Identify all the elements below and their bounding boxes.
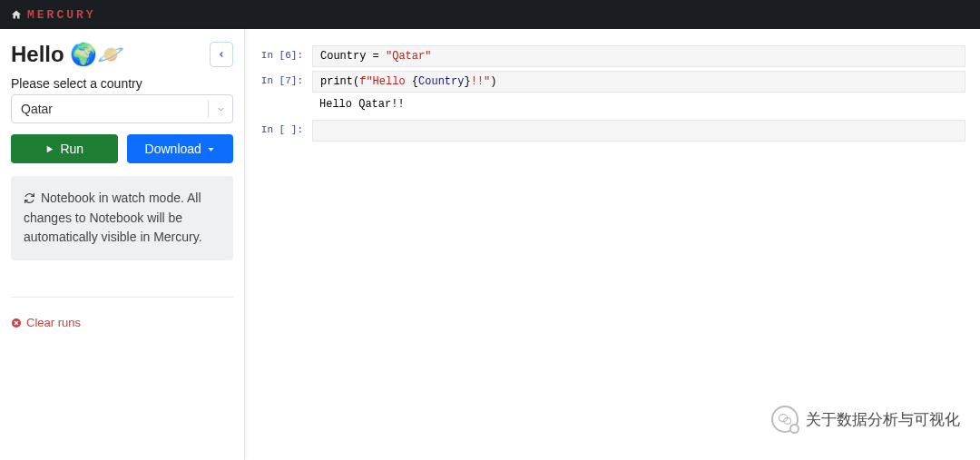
play-icon	[44, 144, 54, 154]
run-button[interactable]: Run	[11, 134, 118, 163]
globe-planet-icon: 🌍🪐	[70, 42, 124, 67]
run-button-label: Run	[60, 142, 83, 156]
watermark-text: 关于数据分析与可视化	[806, 409, 960, 430]
home-icon[interactable]	[11, 9, 22, 20]
cell-prompt: In [6]:	[260, 45, 312, 67]
sidebar: Hello 🌍🪐 Please select a country Run	[0, 29, 245, 460]
wechat-icon	[771, 406, 799, 433]
page-title-text: Hello	[11, 42, 64, 67]
page-title: Hello 🌍🪐	[11, 42, 124, 67]
country-select[interactable]	[11, 94, 233, 123]
status-message: Notebook in watch mode. All changes to N…	[11, 176, 233, 260]
brand-title[interactable]: MERCURY	[27, 8, 96, 22]
cell-prompt: In [7]:	[260, 71, 312, 116]
country-label: Please select a country	[11, 76, 233, 91]
status-text: Notebook in watch mode. All changes to N…	[24, 191, 202, 244]
chevron-left-icon	[217, 49, 226, 60]
country-input[interactable]	[11, 94, 233, 123]
refresh-icon	[24, 192, 35, 204]
clear-runs-label: Clear runs	[26, 316, 81, 329]
download-button[interactable]: Download	[127, 134, 234, 163]
topbar: MERCURY	[0, 0, 980, 29]
notebook-cell: In [6]:Country = "Qatar"	[260, 45, 965, 67]
code-input[interactable]: Country = "Qatar"	[312, 45, 965, 67]
notebook-cell: In [7]:print(f"Hello {Country}!!")Hello …	[260, 71, 965, 116]
watermark: 关于数据分析与可视化	[771, 406, 960, 433]
caret-down-icon	[207, 145, 215, 153]
svg-marker-1	[208, 148, 213, 152]
close-circle-icon	[11, 318, 22, 328]
notebook-cell: In [ ]:	[260, 120, 965, 142]
notebook-output: In [6]:Country = "Qatar"In [7]:print(f"H…	[245, 29, 980, 460]
clear-runs-link[interactable]: Clear runs	[11, 316, 81, 329]
code-input[interactable]	[312, 120, 965, 142]
cell-output: Hello Qatar!!	[312, 93, 965, 116]
download-button-label: Download	[145, 142, 201, 156]
svg-marker-0	[47, 145, 53, 152]
collapse-sidebar-button[interactable]	[210, 42, 233, 67]
code-input[interactable]: print(f"Hello {Country}!!")	[312, 71, 965, 93]
cell-prompt: In [ ]:	[260, 120, 312, 142]
